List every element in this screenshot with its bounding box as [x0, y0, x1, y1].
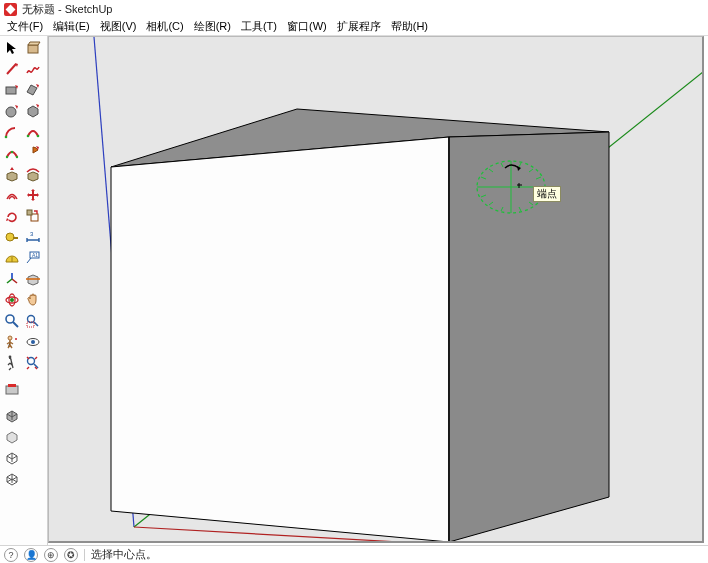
status-geolocation-icon[interactable]: ⊕	[44, 548, 58, 562]
svg-point-22	[15, 338, 17, 340]
window-title: 无标题 - SketchUp	[22, 2, 112, 17]
svg-text:A1: A1	[32, 252, 38, 258]
line-tool[interactable]	[2, 59, 22, 79]
style-hidden-line-tool[interactable]	[2, 447, 22, 467]
menu-camera[interactable]: 相机(C)	[141, 19, 188, 34]
svg-rect-28	[8, 384, 16, 387]
zoom-extents-tool[interactable]	[23, 353, 43, 373]
svg-point-19	[28, 316, 35, 323]
scene-svg	[49, 37, 703, 542]
svg-point-18	[6, 315, 14, 323]
viewport-3d[interactable]: 端点	[48, 36, 704, 543]
svg-point-8	[16, 156, 18, 158]
arc-2point-tool[interactable]	[23, 122, 43, 142]
status-hint: 选择中心点。	[91, 547, 157, 562]
arc-tool[interactable]	[2, 122, 22, 142]
status-credits-icon[interactable]: ✪	[64, 548, 78, 562]
select-tool[interactable]	[2, 38, 22, 58]
section-plane-tool[interactable]	[23, 269, 43, 289]
snap-tooltip: 端点	[533, 186, 561, 202]
menu-window[interactable]: 窗口(W)	[282, 19, 332, 34]
circle-tool[interactable]	[2, 101, 22, 121]
svg-text:3: 3	[30, 231, 34, 237]
svg-point-7	[11, 151, 13, 153]
svg-point-15	[10, 298, 14, 302]
rotate-tool[interactable]	[2, 206, 22, 226]
protractor-tool[interactable]	[2, 248, 22, 268]
followme-tool[interactable]	[23, 164, 43, 184]
menu-help[interactable]: 帮助(H)	[386, 19, 433, 34]
svg-point-25	[9, 356, 12, 359]
dimension-tool[interactable]: 3	[23, 227, 43, 247]
svg-point-5	[37, 135, 40, 138]
rectangle-tool[interactable]	[2, 80, 22, 100]
app-icon	[4, 3, 17, 16]
scale-tool[interactable]	[23, 206, 43, 226]
pie-tool[interactable]	[23, 143, 43, 163]
polygon-tool[interactable]	[23, 101, 43, 121]
svg-rect-27	[6, 386, 18, 394]
style-shaded-textures-tool[interactable]	[2, 405, 22, 425]
walk-tool[interactable]	[2, 353, 22, 373]
style-wireframe-tool[interactable]	[2, 468, 22, 488]
orbit-tool[interactable]	[2, 290, 22, 310]
menu-draw[interactable]: 绘图(R)	[189, 19, 236, 34]
menu-bar[interactable]: 文件(F) 编辑(E) 视图(V) 相机(C) 绘图(R) 工具(T) 窗口(W…	[0, 18, 708, 36]
position-camera-tool[interactable]	[2, 332, 22, 352]
toolbar-panel: 3 A1	[0, 36, 48, 545]
title-bar: 无标题 - SketchUp	[0, 0, 708, 18]
axes-tool[interactable]	[2, 269, 22, 289]
svg-point-21	[8, 336, 12, 340]
freehand-tool[interactable]	[23, 59, 43, 79]
look-around-tool[interactable]	[23, 332, 43, 352]
cube-front	[111, 137, 449, 542]
make-component-tool[interactable]	[23, 38, 43, 58]
tape-tool[interactable]	[2, 227, 22, 247]
menu-edit[interactable]: 编辑(E)	[48, 19, 95, 34]
arc-3point-tool[interactable]	[2, 143, 22, 163]
offset-tool[interactable]	[2, 185, 22, 205]
svg-rect-1	[6, 87, 16, 94]
zoom-window-tool[interactable]	[23, 311, 43, 331]
menu-extensions[interactable]: 扩展程序	[332, 19, 386, 34]
menu-tools[interactable]: 工具(T)	[236, 19, 282, 34]
svg-point-11	[6, 233, 14, 241]
svg-point-2	[6, 107, 16, 117]
svg-point-4	[27, 135, 30, 138]
style-shaded-tool[interactable]	[2, 426, 22, 446]
pan-tool[interactable]	[23, 290, 43, 310]
svg-point-24	[31, 340, 35, 344]
zoom-tool[interactable]	[2, 311, 22, 331]
status-bar: ? 👤 ⊕ ✪ 选择中心点。	[0, 545, 708, 563]
menu-file[interactable]: 文件(F)	[2, 19, 48, 34]
svg-rect-0	[28, 45, 38, 53]
rotated-rectangle-tool[interactable]	[23, 80, 43, 100]
pushpull-tool[interactable]	[2, 164, 22, 184]
svg-rect-10	[27, 210, 32, 215]
cube-right	[449, 132, 609, 542]
text-tool[interactable]: A1	[23, 248, 43, 268]
move-tool[interactable]	[23, 185, 43, 205]
svg-point-3	[5, 136, 8, 139]
status-user-icon[interactable]: 👤	[24, 548, 38, 562]
menu-view[interactable]: 视图(V)	[95, 19, 142, 34]
svg-point-6	[6, 156, 8, 158]
status-help-icon[interactable]: ?	[4, 548, 18, 562]
extension-manager-tool[interactable]	[2, 379, 22, 399]
